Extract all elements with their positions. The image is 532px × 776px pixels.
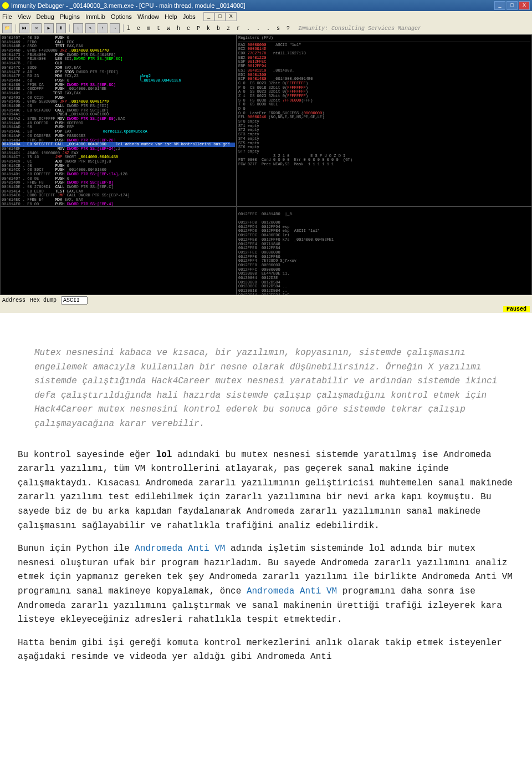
stack-line[interactable]: 00130000 EE447E0E 11. <box>238 272 530 276</box>
stack-line[interactable]: 0012FFE0 0012FFF0 k7s _0014000.00403FE1 <box>238 238 530 242</box>
step-out-icon[interactable]: ↑ <box>98 23 108 33</box>
toolbar-brand: Immunity: Consulting Services Manager <box>298 26 421 32</box>
menubar: File View Debug Plugins ImmLib Options W… <box>0 11 532 22</box>
stack-line[interactable]: 00130004 0012D3E <box>238 276 530 281</box>
stack-line[interactable]: 0012FFF8 80000003 <box>238 263 530 268</box>
menu-help[interactable]: Help <box>165 13 177 20</box>
register-line[interactable]: ST2 empty <box>238 128 530 133</box>
stack-pane[interactable]: 0012FFEC 004014B0 |_0. 0012FFD0 00120000… <box>237 206 532 295</box>
close-button[interactable]: X <box>519 1 530 10</box>
toolbar-letters[interactable]: l e m t w h c P k b z r . . . s ? <box>127 26 291 32</box>
register-line[interactable]: ESP 0012FFEC <box>238 60 530 64</box>
title-text: Immunity Debugger - _00140000_3.mem.exe … <box>11 2 245 9</box>
register-line[interactable]: ESI 00401310 _0014000. <box>238 69 530 73</box>
toolbar: 📁 ⏮ ✕ ▶ ⏸ ↓ ↷ ↑ → l e m t w h c P k b z … <box>0 22 532 34</box>
paused-badge: Paused <box>503 306 530 312</box>
register-line[interactable]: ST3 empty <box>238 133 530 137</box>
paragraph-1: Bu kontrol sayesinde eğer lol adındaki b… <box>18 448 514 534</box>
menu-file[interactable]: File <box>2 13 12 20</box>
asm-line[interactable]: 004014F0 . E0 00 PUSH DWORD PTR SS:[EBP-… <box>2 202 235 206</box>
stack-header: 0012FFEC 004014B0 |_0. <box>238 212 530 217</box>
step-over-icon[interactable]: ↷ <box>85 23 95 33</box>
debugger-window: Immunity Debugger - _00140000_3.mem.exe … <box>0 0 532 313</box>
maximize-button[interactable]: □ <box>507 1 518 10</box>
app-icon <box>2 2 9 9</box>
ascii-input[interactable] <box>61 296 88 305</box>
play-icon[interactable]: ▶ <box>44 23 54 33</box>
step-into-icon[interactable]: ↓ <box>73 23 83 33</box>
register-line[interactable]: EAX 00000000 ASCII "lol" <box>238 43 530 48</box>
registers-pane[interactable]: Registers (FPU) EAX 00000000 ASCII "lol"… <box>237 34 532 206</box>
titlebar[interactable]: Immunity Debugger - _00140000_3.mem.exe … <box>0 0 532 11</box>
stack-line[interactable]: 0012FFE8 0012FF84 <box>238 246 530 251</box>
stack-line[interactable]: 0012FFF4 7E728D9 Sjfxxov <box>238 259 530 263</box>
pause-icon[interactable]: ⏸ <box>56 23 66 33</box>
menu-immlib[interactable]: ImmLib <box>85 13 105 20</box>
menu-view[interactable]: View <box>18 13 31 20</box>
link-andromeda-1[interactable]: Andromeda Anti VM <box>135 544 225 554</box>
close-x-icon[interactable]: ✕ <box>32 23 42 33</box>
hex-label: Hex dump <box>30 297 57 303</box>
register-line[interactable]: EBX 00401220 <box>238 56 530 60</box>
register-line[interactable]: ST6 empty <box>238 145 530 150</box>
paragraph-3: Hatta benim gibi işi gereği komuta kontr… <box>18 636 514 665</box>
article-content: Mutex nesnesini kabaca ve kısaca, bir ya… <box>0 313 532 696</box>
register-line[interactable]: ST1 empty <box>238 124 530 129</box>
address-label: Address <box>2 297 25 303</box>
register-line[interactable]: FCW 027F Prec NEAR,53 Mask 1 1 1 1 1 1 <box>238 163 530 167</box>
register-line[interactable]: S 0 FS 003B 32bit 7FFDE000(FFF) <box>238 99 530 103</box>
registers-header: Registers (FPU) <box>238 36 530 42</box>
menu-window[interactable]: Window <box>137 13 159 20</box>
minimize-button[interactable]: _ <box>494 1 505 10</box>
open-icon[interactable]: 📁 <box>2 23 12 33</box>
disassembly-pane[interactable]: 00401467 . 40 80 PUSH 000401469 . FFD0 C… <box>0 34 237 206</box>
register-line[interactable]: ST5 empty <box>238 141 530 146</box>
run-to-icon[interactable]: → <box>110 23 120 33</box>
register-line[interactable]: EFL 00000246 (NO,NB,E,BE,NS,PE,GE,LE) <box>238 115 530 120</box>
stack-line[interactable]: 0012FFE4 00711848 <box>238 242 530 247</box>
stack-line[interactable]: 00130014 0012FF94 IcP. <box>238 293 530 295</box>
rewind-icon[interactable]: ⏮ <box>19 23 29 33</box>
register-line[interactable]: T 0 GS 0000 NULL <box>238 103 530 107</box>
status-bar: Paused <box>0 306 532 313</box>
register-line[interactable]: ST4 empty <box>238 137 530 141</box>
link-andromeda-2[interactable]: Andromeda Anti VM <box>247 586 337 596</box>
bold-lol: lol <box>156 450 172 460</box>
mdi-close[interactable]: X <box>226 12 237 21</box>
menu-plugins[interactable]: Plugins <box>60 13 80 20</box>
mdi-restore[interactable]: □ <box>214 12 226 21</box>
paragraph-2: Bunun için Python ile Andromeda Anti VM … <box>18 542 514 627</box>
address-bar: Address Hex dump <box>0 295 532 306</box>
menu-debug[interactable]: Debug <box>36 13 54 20</box>
dump-pane[interactable] <box>0 206 237 295</box>
menu-jobs[interactable]: Jobs <box>183 13 196 20</box>
register-line[interactable]: ST0 empty <box>238 120 530 124</box>
stack-line[interactable]: 0012FFEC 00000000 <box>238 251 530 255</box>
menu-options[interactable]: Options <box>111 13 132 20</box>
mdi-minimize[interactable]: _ <box>203 12 214 21</box>
quote-block: Mutex nesnesini kabaca ve kısaca, bir ya… <box>18 346 514 432</box>
register-line[interactable]: EDX 77C27178 ntdll.7C927178 <box>238 52 530 56</box>
